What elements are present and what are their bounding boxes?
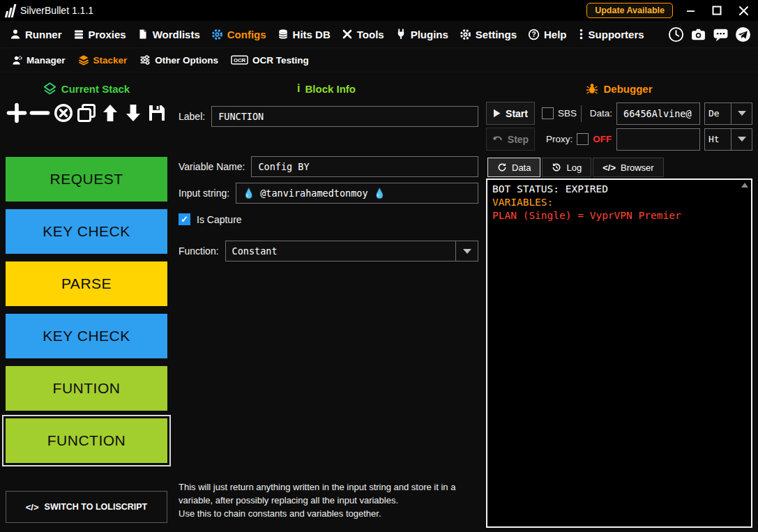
- subnav-item-other-options[interactable]: Other Options: [133, 48, 225, 72]
- titlebar-controls: Update Available: [586, 3, 752, 18]
- stack-block-label: KEY CHECK: [43, 223, 130, 240]
- stack-block-keycheck-2[interactable]: KEY CHECK: [6, 314, 167, 358]
- nav-item-label: Runner: [25, 29, 62, 40]
- label-input[interactable]: [211, 106, 478, 127]
- nav-item-plugins[interactable]: Plugins: [390, 21, 454, 47]
- is-capture-row: Is Capture: [179, 213, 478, 225]
- move-up-icon[interactable]: [99, 102, 121, 123]
- step-arrow-icon: [492, 135, 503, 143]
- update-available-button[interactable]: Update Available: [586, 3, 673, 18]
- subnav-item-stacker[interactable]: Stacker: [72, 48, 134, 72]
- stack-block-request[interactable]: REQUEST: [6, 157, 167, 202]
- nav-item-proxies[interactable]: Proxies: [68, 21, 132, 47]
- input-string-input[interactable]: [236, 183, 478, 204]
- clear-stack-icon[interactable]: [52, 102, 74, 123]
- svg-text:?: ?: [531, 31, 536, 38]
- proxy-type-dropdown[interactable]: Ht: [704, 128, 752, 151]
- nav-item-configs[interactable]: Configs: [206, 21, 272, 47]
- tab-data[interactable]: Data: [487, 158, 540, 177]
- function-select[interactable]: [225, 241, 478, 261]
- nav-item-runner[interactable]: Runner: [4, 21, 68, 47]
- stack-block-parse[interactable]: PARSE: [6, 261, 167, 306]
- sbs-checkbox[interactable]: [542, 107, 554, 119]
- stack-block-label: FUNTION: [53, 380, 121, 397]
- nav-item-label: Help: [544, 29, 567, 40]
- data-type-dropdown-arrow[interactable]: [732, 102, 752, 125]
- is-capture-checkbox[interactable]: [179, 213, 190, 225]
- nav-item-label: Configs: [227, 29, 266, 40]
- sbs-label: SBS: [558, 108, 577, 119]
- step-button[interactable]: Step: [486, 128, 535, 151]
- maximize-button[interactable]: [708, 3, 726, 18]
- close-button[interactable]: [734, 3, 752, 18]
- function-select-arrow[interactable]: [455, 241, 478, 261]
- stack-block-label: PARSE: [61, 275, 112, 292]
- function-label: Function:: [179, 245, 219, 257]
- proxy-type-dropdown-arrow[interactable]: [732, 128, 752, 151]
- titlebar: SilverBullet 1.1.1 Update Available: [0, 0, 758, 21]
- subnav-item-manager[interactable]: Manager: [6, 48, 72, 72]
- tab-label: Data: [512, 162, 531, 173]
- chat-icon[interactable]: [713, 26, 729, 43]
- nav-item-label: Settings: [476, 29, 517, 40]
- label-field-row: Label:: [179, 106, 478, 127]
- remove-block-icon[interactable]: [29, 102, 51, 123]
- minimize-button[interactable]: [681, 3, 699, 18]
- description-line: Use this to chain constants and variable…: [179, 508, 477, 521]
- bug-icon: [586, 82, 598, 95]
- tab-log[interactable]: Log: [542, 158, 591, 177]
- app-title: SilverBullet 1.1.1: [20, 5, 93, 16]
- proxy-off-status: OFF: [593, 134, 612, 144]
- nav-item-wordlists[interactable]: Wordlists: [132, 21, 206, 47]
- nav-item-hits-db[interactable]: Hits DB: [272, 21, 336, 47]
- divider: [581, 105, 582, 122]
- function-select-value[interactable]: [225, 241, 455, 261]
- stack-block-funtion[interactable]: FUNTION: [6, 366, 167, 411]
- tools-icon: [342, 29, 353, 40]
- add-block-icon[interactable]: [6, 102, 27, 123]
- nav-item-supporters[interactable]: Supporters: [573, 21, 650, 47]
- nav-item-help[interactable]: ? Help: [522, 21, 573, 47]
- clone-block-icon[interactable]: [76, 102, 98, 123]
- proxy-type-value[interactable]: Ht: [704, 128, 732, 151]
- stack-block-function-selected[interactable]: FUNCTION: [6, 418, 167, 463]
- stack-block-keycheck-1[interactable]: KEY CHECK: [6, 209, 167, 254]
- tab-browser[interactable]: </> Browser: [593, 158, 663, 177]
- block-info-title-text: Block Info: [305, 83, 356, 95]
- save-stack-icon[interactable]: [146, 102, 167, 123]
- proxy-checkbox[interactable]: [577, 133, 589, 145]
- main-nav: Runner Proxies Wordlists Configs Hits DB…: [0, 21, 758, 48]
- telegram-icon[interactable]: [735, 26, 751, 43]
- variable-name-label: Variable Name:: [179, 161, 245, 172]
- proxy-input[interactable]: [616, 128, 700, 151]
- nav-item-label: Plugins: [411, 29, 448, 40]
- stacker-icon: [78, 54, 89, 66]
- subnav-item-ocr-testing[interactable]: OCR OCR Testing: [225, 48, 315, 72]
- start-button[interactable]: Start: [486, 102, 535, 125]
- close-icon: [738, 6, 749, 16]
- move-down-icon[interactable]: [123, 102, 144, 123]
- subnav-item-label: Other Options: [155, 55, 218, 66]
- data-type-dropdown[interactable]: De: [704, 102, 752, 125]
- scrollbar-up-icon[interactable]: [741, 183, 748, 188]
- info-icon: i: [297, 82, 300, 95]
- database-icon: [278, 29, 289, 40]
- nav-item-label: Hits DB: [293, 29, 331, 40]
- camera-icon[interactable]: [690, 26, 706, 43]
- history-icon[interactable]: [668, 26, 684, 43]
- chevron-down-icon: [738, 111, 746, 116]
- chevron-down-icon: [738, 137, 746, 142]
- debugger-console[interactable]: BOT STATUS: EXPIRED VARIABLES: PLAN (Sin…: [486, 178, 752, 528]
- variable-name-input[interactable]: [251, 156, 478, 177]
- data-input[interactable]: [616, 102, 700, 125]
- subnav-item-label: OCR Testing: [252, 55, 309, 66]
- current-stack-title-text: Current Stack: [61, 83, 130, 95]
- data-type-value[interactable]: De: [704, 102, 732, 125]
- switch-to-loliscript-button[interactable]: </> SWITCH TO LOLISCRIPT: [6, 491, 167, 523]
- nav-item-tools[interactable]: Tools: [336, 21, 390, 47]
- wordlists-icon: [137, 29, 149, 40]
- stack-diamond-icon: [43, 82, 56, 96]
- sliders-icon: [139, 54, 151, 66]
- nav-item-settings[interactable]: Settings: [454, 21, 522, 47]
- debugger-title-text: Debugger: [603, 83, 652, 95]
